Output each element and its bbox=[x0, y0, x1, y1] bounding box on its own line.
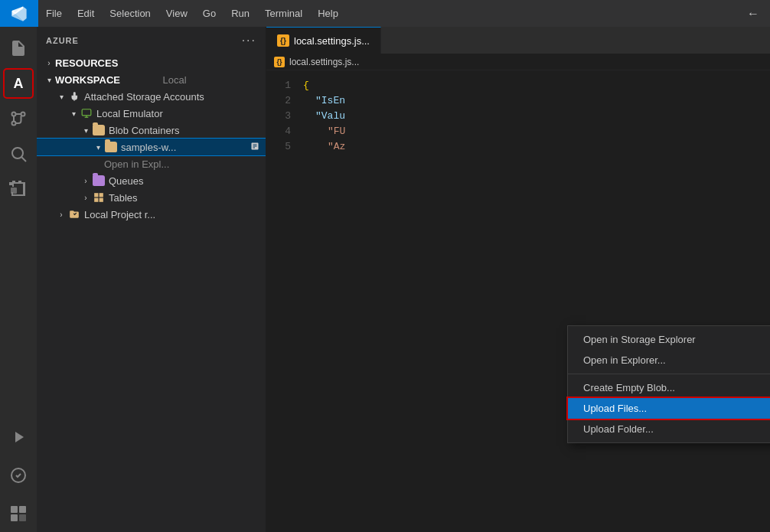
extensions-activity-icon[interactable] bbox=[3, 174, 34, 204]
tab-label: local.settings.js... bbox=[294, 35, 370, 47]
menu-terminal[interactable]: Terminal bbox=[257, 0, 310, 27]
sidebar-item-samples[interactable]: samples-w... bbox=[37, 139, 266, 155]
context-create-empty-blob[interactable]: Create Empty Blob... bbox=[568, 377, 770, 398]
tab-local-settings[interactable]: {} local.settings.js... bbox=[266, 27, 381, 54]
svg-rect-17 bbox=[100, 198, 103, 202]
attached-storage-label: Attached Storage Accounts bbox=[84, 91, 266, 103]
local-emulator-label: Local Emulator bbox=[96, 108, 266, 119]
sidebar-item-blob-containers[interactable]: Blob Containers bbox=[37, 122, 266, 139]
blob-chevron bbox=[80, 124, 92, 136]
context-upload-folder[interactable]: Upload Folder... bbox=[568, 419, 770, 439]
sidebar-item-local-emulator[interactable]: Local Emulator bbox=[37, 105, 266, 122]
editor-tabs: {} local.settings.js... bbox=[266, 27, 770, 54]
tables-icon bbox=[92, 191, 106, 204]
activity-bar: A bbox=[0, 27, 37, 532]
vscode-logo bbox=[0, 0, 38, 27]
open-icon bbox=[250, 142, 259, 153]
menu-go[interactable]: Go bbox=[195, 0, 223, 27]
svg-rect-14 bbox=[94, 193, 98, 197]
sidebar-item-tables[interactable]: Tables bbox=[37, 189, 266, 206]
menu-bar: File Edit Selection View Go Run Terminal… bbox=[38, 0, 346, 27]
menu-file[interactable]: File bbox=[38, 0, 70, 27]
local-project-chevron bbox=[55, 208, 67, 220]
samples-chevron bbox=[92, 141, 104, 153]
svg-point-0 bbox=[12, 113, 16, 116]
svg-rect-16 bbox=[94, 198, 98, 202]
sidebar-item-local-project[interactable]: Local Project r... bbox=[37, 206, 266, 223]
search-activity-icon[interactable] bbox=[3, 139, 34, 169]
context-upload-files[interactable]: Upload Files... bbox=[568, 398, 770, 419]
svg-point-1 bbox=[21, 113, 25, 116]
svg-line-4 bbox=[22, 158, 27, 162]
svg-rect-5 bbox=[11, 188, 17, 194]
blob-folder-icon bbox=[92, 123, 106, 137]
svg-rect-10 bbox=[19, 514, 26, 521]
tables-label: Tables bbox=[109, 192, 266, 204]
breadcrumb: {} local.settings.js... bbox=[266, 54, 770, 70]
workspace-tag: Local bbox=[163, 74, 266, 86]
azure-activity-icon[interactable]: A bbox=[3, 68, 34, 99]
context-menu-separator bbox=[568, 374, 770, 374]
local-project-icon bbox=[67, 207, 81, 221]
main-area: A bbox=[0, 27, 770, 532]
svg-rect-8 bbox=[19, 506, 26, 513]
back-button[interactable]: ← bbox=[736, 0, 770, 27]
workspace-chevron bbox=[43, 73, 55, 86]
settings-activity-icon[interactable] bbox=[3, 498, 34, 529]
sidebar-item-attached-storage[interactable]: Attached Storage Accounts bbox=[37, 88, 266, 105]
queues-label: Queues bbox=[109, 175, 266, 187]
tables-chevron bbox=[80, 191, 92, 204]
samples-label: samples-w... bbox=[121, 142, 250, 153]
svg-rect-7 bbox=[11, 506, 18, 513]
line-numbers: 1 2 3 4 5 bbox=[266, 78, 303, 524]
remote-activity-icon[interactable] bbox=[3, 460, 34, 491]
explorer-activity-icon[interactable] bbox=[3, 33, 34, 64]
run-activity-icon[interactable] bbox=[3, 422, 34, 452]
menu-selection[interactable]: Selection bbox=[102, 0, 158, 27]
breadcrumb-icon: {} bbox=[274, 57, 285, 67]
blob-containers-label: Blob Containers bbox=[109, 125, 266, 136]
sidebar-item-open-explorer[interactable]: Open in Expl... bbox=[37, 155, 266, 172]
queues-chevron bbox=[80, 175, 92, 187]
emulator-chevron bbox=[67, 107, 80, 119]
sidebar-item-queues[interactable]: Queues bbox=[37, 172, 266, 189]
svg-rect-9 bbox=[11, 514, 18, 521]
svg-point-3 bbox=[12, 148, 23, 158]
resources-chevron bbox=[43, 57, 55, 69]
context-open-storage-explorer[interactable]: Open in Storage Explorer bbox=[568, 329, 770, 350]
sidebar-item-resources[interactable]: RESOURCES bbox=[37, 54, 266, 71]
sidebar-header: AZURE ··· bbox=[37, 27, 266, 54]
attached-chevron bbox=[55, 90, 67, 103]
json-file-icon: {} bbox=[277, 34, 289, 47]
editor-area: {} local.settings.js... {} local.setting… bbox=[266, 27, 770, 532]
context-menu: Open in Storage Explorer Open in Explore… bbox=[567, 325, 770, 443]
code-editor: 1 2 3 4 5 { "IsEn "Valu "FU "Az bbox=[266, 70, 770, 532]
menu-help[interactable]: Help bbox=[310, 0, 346, 27]
svg-rect-15 bbox=[100, 193, 103, 197]
titlebar: File Edit Selection View Go Run Terminal… bbox=[0, 0, 770, 27]
svg-rect-11 bbox=[82, 109, 91, 116]
sidebar-more-button[interactable]: ··· bbox=[242, 34, 256, 47]
emulator-icon bbox=[80, 106, 93, 120]
menu-view[interactable]: View bbox=[158, 0, 195, 27]
sidebar: AZURE ··· RESOURCES WORKSPACE Local Atta… bbox=[37, 27, 266, 532]
plug-icon bbox=[67, 90, 81, 103]
breadcrumb-label: local.settings.js... bbox=[289, 57, 359, 67]
open-explorer-label: Open in Expl... bbox=[104, 158, 266, 170]
workspace-label: WORKSPACE bbox=[55, 74, 158, 86]
sidebar-title: AZURE bbox=[46, 36, 79, 45]
source-control-activity-icon[interactable] bbox=[3, 103, 34, 134]
menu-edit[interactable]: Edit bbox=[70, 0, 102, 27]
code-content: { "IsEn "Valu "FU "Az bbox=[303, 78, 770, 524]
svg-point-2 bbox=[12, 122, 16, 126]
queues-icon bbox=[92, 174, 106, 188]
samples-folder-icon bbox=[104, 140, 118, 154]
sidebar-item-workspace[interactable]: WORKSPACE Local bbox=[37, 71, 266, 88]
context-open-explorer[interactable]: Open in Explorer... bbox=[568, 350, 770, 370]
resources-label: RESOURCES bbox=[55, 57, 266, 69]
local-project-label: Local Project r... bbox=[84, 209, 266, 220]
menu-run[interactable]: Run bbox=[223, 0, 257, 27]
